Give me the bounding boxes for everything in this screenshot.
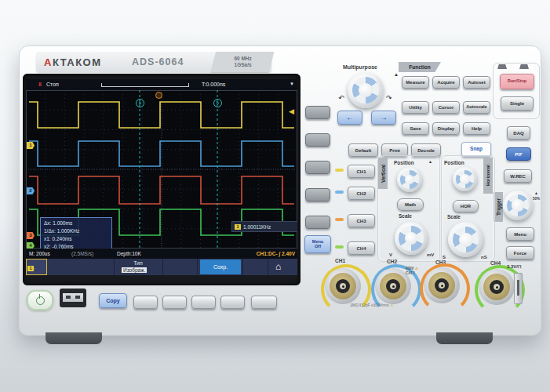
status-row: M: 200us (2.5MS/s) Depth:10K CH1:DC- ∫ 2… <box>26 249 297 259</box>
samplerate-readout: (2.5MS/s) <box>71 251 93 256</box>
trigger-zero-icon: ▲ <box>534 191 538 195</box>
trigger-status-readout: CH1:DC- ∫ 2.40V <box>257 251 295 256</box>
horizontal-section-tab: Horizontal <box>483 158 493 194</box>
vertical-scale-knob[interactable] <box>395 222 428 255</box>
horizontal-position-label: Position <box>444 160 464 165</box>
vertical-position-knob[interactable] <box>397 167 422 192</box>
warning-voltage: 400V <box>406 267 414 270</box>
acquire-button[interactable]: Acquire <box>432 76 460 89</box>
softkey-f5[interactable] <box>305 216 330 229</box>
display-button[interactable]: Display <box>432 122 460 135</box>
cursor-b-marker: b <box>213 99 222 107</box>
force-button[interactable]: Force <box>506 246 534 260</box>
trigger-source: CH1:DC- <box>257 251 278 256</box>
ccw-arrow-icon: ↶ <box>338 94 344 102</box>
depth-readout: Depth:10K <box>117 251 141 256</box>
trigger-fifty-label: 50% <box>533 197 540 201</box>
dx-label: Δx: <box>44 220 51 226</box>
ch4-color-dash <box>335 245 344 249</box>
spec-badge: 60 MHz 1GSa/s <box>211 52 274 72</box>
menu-off-button[interactable]: Menu Off <box>304 235 331 253</box>
nav-right-button[interactable]: → <box>371 111 396 125</box>
ch1-scale-value: 2.00V <box>27 274 47 275</box>
menu-type-label: Тип <box>115 260 161 266</box>
horizontal-scale-knob[interactable] <box>448 222 483 257</box>
function-section-tab: Function <box>399 62 441 72</box>
measure-button[interactable]: Measure <box>402 76 429 89</box>
softkey-f3[interactable] <box>305 161 330 174</box>
vertical-scale-label: Scale <box>399 213 412 219</box>
volts-label: V <box>389 252 392 257</box>
warning-cat: CAT I <box>406 271 428 276</box>
trigger-menu-button[interactable]: Menu <box>506 227 534 241</box>
save-button[interactable]: Save <box>402 122 429 135</box>
math-button[interactable]: Math <box>397 198 424 211</box>
nav-left-button[interactable]: ← <box>337 111 362 125</box>
probe-comp-label: 3.3V/⊓ <box>507 263 522 269</box>
bandwidth-label: 60 MHz <box>214 56 272 62</box>
bnc-ch3-connector <box>424 267 460 303</box>
wave-CH1 <box>29 102 294 128</box>
ch1-readout-box: 1- 2.00V <box>26 259 47 275</box>
power-button[interactable] <box>27 290 53 310</box>
help-button[interactable]: Help <box>463 122 490 135</box>
vertical-zero-icon: ▲ <box>428 159 432 164</box>
horizontal-scale-label: Scale <box>447 214 461 220</box>
bnc-ch2-label: CH2 <box>387 259 397 264</box>
ch4-button[interactable]: CH4 <box>348 241 375 255</box>
softkey-f2[interactable] <box>305 133 330 147</box>
brand-logo: АКТАКОМ <box>44 56 102 68</box>
device-foot-right <box>436 332 493 344</box>
pass-fail-button[interactable]: P/F <box>506 147 531 161</box>
trigger-position-marker <box>155 92 162 99</box>
ch3-button[interactable]: CH3 <box>348 214 375 227</box>
impedance-text: 1MΩ ‖12pF ≤300Vrms <box>350 303 389 307</box>
lcd-screen: ‖ Стоп T:0.000ns ▼ 1 2 3 4 a b ◀ Δx: 1.0… <box>26 79 297 275</box>
frequency-readout: 1 1.00011KHz <box>231 221 297 232</box>
wave-record-button[interactable]: W.REC <box>504 169 532 183</box>
ch2-button[interactable]: CH2 <box>348 187 375 200</box>
warning-icon: ⚠ <box>415 267 418 270</box>
default-button[interactable]: Default <box>348 143 378 157</box>
run-state-label: Стоп <box>46 82 59 87</box>
probe-comp-terminal <box>514 273 523 304</box>
hor-button[interactable]: HOR <box>453 200 479 212</box>
multipurpose-knob[interactable] <box>348 72 384 108</box>
bottom-softkey-1[interactable] <box>133 296 158 309</box>
freq-channel-badge: 1 <box>235 224 241 230</box>
mount-tab-left <box>497 64 507 69</box>
ch1-button[interactable]: CH1 <box>348 165 375 178</box>
utility-button[interactable]: Utility <box>402 101 429 114</box>
autoscale-button[interactable]: Autoscale <box>463 101 490 114</box>
single-button[interactable]: Single <box>501 96 534 111</box>
bnc-ch1-label: CH1 <box>335 258 345 263</box>
power-icon <box>36 296 45 305</box>
cursor-a-marker: a <box>136 99 144 107</box>
bottom-softkey-4[interactable] <box>220 296 245 309</box>
trigger-position-top-icon: ▼ <box>290 82 294 86</box>
bottom-softkey-2[interactable] <box>162 296 187 309</box>
product-photo-stage: АКТАКОМ ADS-6064 60 MHz 1GSa/s ‖ Стоп T:… <box>0 0 550 392</box>
ch1-color-dash <box>335 169 344 172</box>
input-impedance-label: 1MΩ ‖12pF ≤300Vrms ⚠ <box>350 303 393 307</box>
timebase-readout: M: 200us <box>29 251 50 256</box>
ch1-badge: 1 <box>27 266 34 271</box>
model-number: ADS-6064 <box>132 56 184 67</box>
trigger-level-knob[interactable] <box>503 191 533 220</box>
bottom-softkey-5[interactable] <box>251 296 277 309</box>
horizontal-position-knob[interactable] <box>453 167 477 191</box>
inv-dx-label: 1/Δx: <box>44 228 56 234</box>
bottom-softkey-3[interactable] <box>191 296 216 309</box>
run-stop-button[interactable]: Run/Stop <box>500 74 534 89</box>
multipurpose-label: Multipurpose <box>343 64 377 70</box>
cursor-button[interactable]: Cursor <box>432 101 460 114</box>
autoset-button[interactable]: Autoset <box>463 76 490 89</box>
vertical-position-label: Position <box>394 160 414 165</box>
soft-menu-bar: 1- 2.00V 2- 2.00V 3- 2.00V 4- 2.00V Тип … <box>26 259 297 275</box>
daq-button[interactable]: DAQ <box>507 126 530 140</box>
copy-button[interactable]: Copy <box>99 293 127 308</box>
cw-arrow-icon: ↷ <box>386 94 392 102</box>
softkey-f4[interactable] <box>305 188 330 201</box>
samplerate-label: 1GSa/s <box>214 62 272 68</box>
softkey-f1[interactable] <box>305 106 330 119</box>
